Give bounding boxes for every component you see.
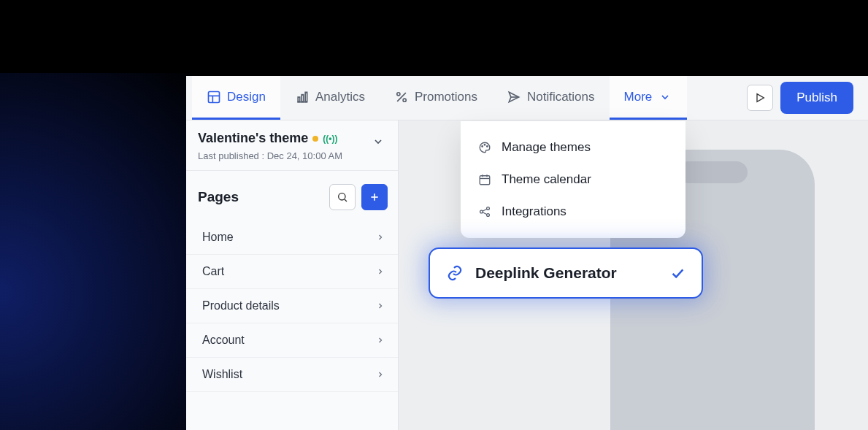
tab-design[interactable]: Design [192,76,280,120]
svg-line-7 [397,93,406,101]
menu-item-theme-calendar[interactable]: Theme calendar [461,164,685,196]
link-icon [446,264,464,282]
svg-rect-5 [302,94,304,101]
svg-point-8 [397,92,400,95]
tab-label: Promotions [415,90,477,104]
live-signal-icon: ((•)) [323,134,337,144]
status-dot-icon [312,136,318,142]
preview-button[interactable] [747,85,773,111]
check-icon [669,265,685,281]
svg-rect-19 [480,176,490,185]
chevron-right-icon [376,336,385,345]
tab-label: Analytics [315,90,365,104]
last-published-label: Last published : Dec 24, 10:00 AM [198,150,386,161]
chevron-right-icon [376,267,385,276]
page-label: Product details [202,299,280,312]
chevron-down-icon [658,90,672,104]
svg-rect-6 [305,92,307,101]
chevron-right-icon [376,370,385,379]
page-label: Wishlist [202,368,242,381]
page-label: Account [202,334,245,347]
send-icon [507,90,521,104]
svg-point-12 [339,193,345,200]
page-item-cart[interactable]: Cart [186,255,398,289]
menu-item-label: Integrations [502,204,566,219]
page-list: Home Cart Product details Account Wishli… [186,220,398,392]
menu-item-label: Deeplink Generator [475,264,658,282]
svg-marker-11 [757,94,764,102]
share-icon [478,205,491,218]
tab-analytics[interactable]: Analytics [280,76,380,120]
nav-spacer [687,76,747,120]
page-item-product-details[interactable]: Product details [186,289,398,323]
menu-item-label: Manage themes [502,140,591,155]
theme-dropdown-toggle[interactable] [370,134,386,150]
page-item-home[interactable]: Home [186,220,398,255]
page-item-wishlist[interactable]: Wishlist [186,358,398,392]
search-pages-button[interactable] [329,184,356,210]
chevron-right-icon [376,302,385,310]
svg-rect-4 [298,97,300,102]
sidebar: Valentine's theme ((•)) Last published :… [186,120,399,430]
tab-label: Design [227,90,266,104]
app-window: Design Analytics Promotions Notification… [186,76,868,430]
menu-item-manage-themes[interactable]: Manage themes [461,131,685,164]
pages-header: Pages [186,171,398,220]
page-item-account[interactable]: Account [186,323,398,358]
page-label: Cart [202,265,224,278]
theme-header: Valentine's theme ((•)) Last published :… [186,120,398,171]
page-label: Home [202,231,234,244]
search-icon [337,191,348,203]
menu-item-label: Theme calendar [502,172,591,187]
pages-section-title: Pages [198,189,239,205]
plus-icon [369,191,380,203]
svg-line-13 [345,199,347,201]
publish-button[interactable]: Publish [780,82,853,114]
tab-more[interactable]: More [610,76,688,120]
bar-chart-icon [295,90,310,104]
calendar-icon [478,173,491,186]
more-dropdown: Manage themes Theme calendar Integration… [461,121,685,238]
svg-point-18 [487,146,488,147]
svg-point-16 [482,146,483,147]
svg-line-26 [483,209,487,211]
add-page-button[interactable] [361,184,388,210]
palette-icon [478,141,491,154]
tab-label: More [624,90,653,104]
layout-icon [207,90,221,104]
svg-point-9 [403,99,406,101]
play-icon [754,92,766,104]
tab-label: Notifications [527,90,595,104]
theme-title: Valentine's theme [198,131,308,146]
pages-actions [329,184,388,210]
chevron-down-icon [372,136,384,147]
nav-actions: Publish [747,76,868,120]
theme-title-row: Valentine's theme ((•)) [198,131,386,146]
menu-item-integrations[interactable]: Integrations [461,196,685,228]
menu-item-deeplink-generator[interactable]: Deeplink Generator [429,247,703,299]
chevron-right-icon [376,233,385,242]
svg-point-17 [484,145,485,146]
svg-rect-0 [209,91,220,102]
svg-line-27 [483,212,487,215]
tab-notifications[interactable]: Notifications [492,76,610,120]
tab-promotions[interactable]: Promotions [380,76,492,120]
phone-notch [677,161,748,183]
top-nav: Design Analytics Promotions Notification… [186,76,868,120]
percent-icon [394,90,409,104]
